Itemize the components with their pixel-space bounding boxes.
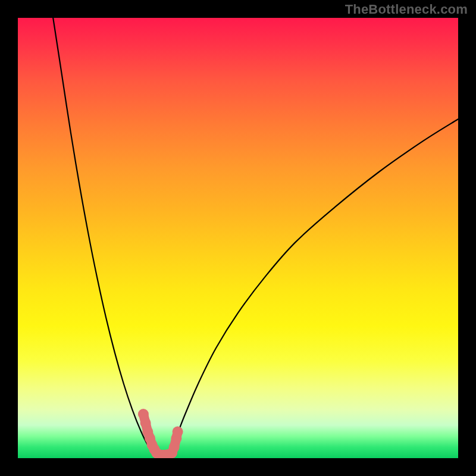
curve-curve-right xyxy=(163,119,458,456)
plot-area xyxy=(18,18,458,458)
watermark-text: TheBottleneck.com xyxy=(345,2,468,17)
marker-dot xyxy=(173,427,183,437)
chart-frame: TheBottleneck.com xyxy=(0,0,476,476)
curve-curve-left xyxy=(53,18,154,454)
chart-svg xyxy=(18,18,458,458)
series-group xyxy=(53,18,458,458)
